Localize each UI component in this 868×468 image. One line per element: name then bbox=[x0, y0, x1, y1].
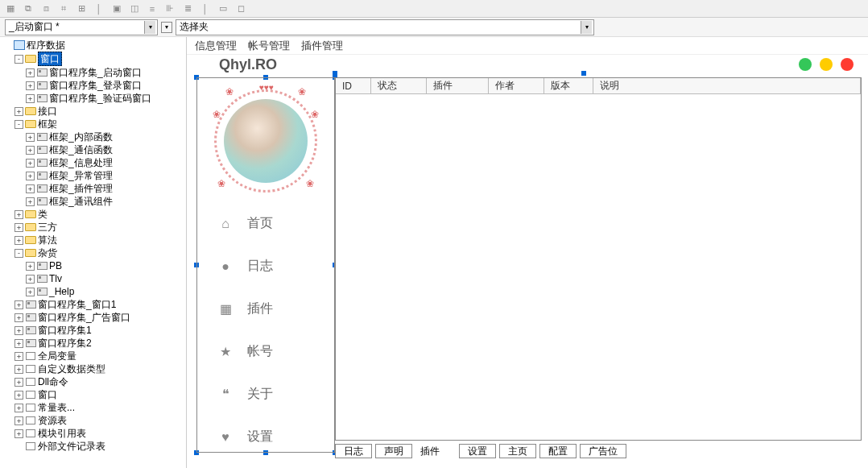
sidebar-item[interactable]: ⌂首页 bbox=[197, 202, 334, 245]
expand-icon[interactable]: + bbox=[26, 184, 35, 193]
expand-icon[interactable]: + bbox=[14, 223, 23, 232]
expand-icon[interactable]: + bbox=[26, 197, 35, 206]
menu-info[interactable]: 信息管理 bbox=[195, 39, 237, 53]
expand-icon[interactable]: + bbox=[14, 107, 23, 116]
tab-config[interactable]: 配置 bbox=[539, 444, 577, 458]
sidebar-item[interactable]: ❝关于 bbox=[197, 373, 334, 416]
close-icon[interactable] bbox=[841, 58, 854, 71]
sidebar-item-label: 关于 bbox=[247, 386, 273, 403]
minimize-icon[interactable] bbox=[799, 58, 812, 71]
tree-item-globals[interactable]: +全局变量 bbox=[13, 350, 184, 362]
tree-item-const[interactable]: +常量表... bbox=[13, 401, 184, 414]
column-header[interactable]: 作者 bbox=[489, 78, 544, 93]
tree-item[interactable]: +Tlv bbox=[24, 272, 184, 285]
tree-folder-framework[interactable]: -框架 bbox=[13, 118, 184, 130]
sidebar-item[interactable]: ●日志 bbox=[197, 245, 334, 288]
tree-folder-third[interactable]: +三方 bbox=[13, 221, 184, 234]
expand-icon[interactable]: + bbox=[14, 300, 23, 309]
collapse-icon[interactable]: - bbox=[14, 55, 23, 64]
tree-folder-class[interactable]: +类 bbox=[13, 208, 184, 221]
toolbar-icon: ◫ bbox=[127, 2, 142, 15]
icon-toolbar: ▦ ⧉ ⧈ ⌗ ⊞ │ ▣ ◫ ≡ ⊪ ≣ │ ▭ ◻ bbox=[0, 0, 868, 18]
selection-handle[interactable] bbox=[333, 71, 337, 76]
tree-item[interactable]: +窗口程序集_验证码窗口 bbox=[24, 92, 184, 105]
preview-table[interactable]: ID状态插件作者版本说明 bbox=[335, 77, 862, 441]
column-header[interactable]: 说明 bbox=[593, 78, 861, 93]
menu-account[interactable]: 帐号管理 bbox=[248, 39, 290, 53]
tab-ad[interactable]: 广告位 bbox=[580, 444, 626, 458]
expand-icon[interactable]: + bbox=[26, 172, 35, 180]
tree-item[interactable]: +框架_通信函数 bbox=[24, 143, 184, 156]
sidebar-item[interactable]: ▦插件 bbox=[197, 288, 334, 330]
folder-combobox[interactable]: 选择夹 ▾ bbox=[176, 19, 594, 35]
expand-icon[interactable]: + bbox=[26, 262, 35, 271]
tab-log[interactable]: 日志 bbox=[335, 444, 372, 458]
tree-folder-misc[interactable]: -杂货 bbox=[13, 246, 184, 259]
tree-item-dll[interactable]: +Dll命令 bbox=[13, 375, 184, 388]
expand-icon[interactable]: + bbox=[26, 288, 35, 296]
tab-statement[interactable]: 声明 bbox=[375, 444, 412, 458]
sidebar-item[interactable]: ♥设置 bbox=[197, 416, 334, 458]
toolbar-icon: ⧈ bbox=[39, 2, 53, 15]
prop-icon[interactable]: ▾ bbox=[161, 22, 172, 33]
expand-icon[interactable]: + bbox=[26, 275, 35, 284]
column-header[interactable]: 状态 bbox=[371, 78, 427, 93]
expand-icon[interactable]: + bbox=[14, 313, 23, 322]
column-header[interactable]: 插件 bbox=[427, 78, 489, 93]
tree-item[interactable]: +框架_插件管理 bbox=[24, 182, 184, 195]
expand-icon[interactable]: + bbox=[14, 339, 23, 348]
expand-icon[interactable]: + bbox=[26, 133, 35, 142]
tree-item[interactable]: +窗口程序集2 bbox=[13, 337, 184, 350]
column-header[interactable]: ID bbox=[336, 78, 371, 93]
tree-folder-interface[interactable]: +接口 bbox=[13, 105, 184, 118]
tree-folder-algo[interactable]: +算法 bbox=[13, 234, 184, 246]
expand-icon[interactable]: + bbox=[14, 326, 23, 335]
project-tree[interactable]: 程序数据 -窗口 +窗口程序集_启动窗口+窗口程序集_登录窗口+窗口程序集_验证… bbox=[0, 37, 187, 468]
menu-plugin[interactable]: 插件管理 bbox=[301, 39, 343, 53]
column-header[interactable]: 版本 bbox=[544, 78, 593, 93]
preview-sidebar[interactable]: ❀ ❀ ❀ ❀ ❀ ❀ ♥♥♥ ⌂首页●日志▦插件★帐号❝关于♥设置 bbox=[196, 77, 335, 453]
selection-handle[interactable] bbox=[581, 71, 586, 76]
tree-item[interactable]: +_Help bbox=[24, 285, 184, 298]
tree-item[interactable]: +框架_内部函数 bbox=[24, 130, 184, 143]
tree-item-res[interactable]: +资源表 bbox=[13, 414, 184, 427]
expand-icon[interactable]: + bbox=[26, 94, 35, 103]
collapse-icon[interactable]: - bbox=[14, 249, 23, 258]
tree-item[interactable]: +框架_异常管理 bbox=[24, 169, 184, 182]
sidebar-item[interactable]: ★帐号 bbox=[197, 330, 334, 373]
expand-icon[interactable]: + bbox=[26, 146, 35, 155]
tab-settings[interactable]: 设置 bbox=[459, 444, 496, 458]
maximize-icon[interactable] bbox=[820, 58, 833, 71]
tree-item[interactable]: +窗口程序集1 bbox=[13, 324, 184, 337]
window-combobox[interactable]: _启动窗口 * ▾ bbox=[5, 19, 158, 35]
tree-item[interactable]: +窗口程序集_窗口1 bbox=[13, 298, 184, 311]
expand-icon[interactable]: + bbox=[14, 391, 23, 400]
expand-icon[interactable]: + bbox=[14, 352, 23, 361]
tree-item[interactable]: +PB bbox=[24, 259, 184, 272]
tree-item[interactable]: +窗口程序集_登录窗口 bbox=[24, 79, 184, 92]
expand-icon[interactable]: + bbox=[26, 68, 35, 77]
collapse-icon[interactable]: - bbox=[14, 120, 23, 129]
tree-item[interactable]: +框架_信息处理 bbox=[24, 156, 184, 169]
tree-item-custom-type[interactable]: +自定义数据类型 bbox=[13, 362, 184, 375]
tree-item-ext[interactable]: 外部文件记录表 bbox=[13, 440, 184, 453]
tree-item[interactable]: +窗口程序集_广告窗口 bbox=[13, 311, 184, 324]
tree-folder-window[interactable]: -窗口 bbox=[13, 52, 184, 66]
tree-item[interactable]: +框架_通讯组件 bbox=[24, 195, 184, 208]
expand-icon[interactable]: + bbox=[14, 365, 23, 374]
expand-icon[interactable]: + bbox=[14, 404, 23, 412]
expand-icon[interactable]: + bbox=[14, 429, 23, 438]
expand-icon[interactable]: + bbox=[14, 416, 23, 425]
expand-icon[interactable]: + bbox=[26, 81, 35, 90]
tree-root[interactable]: 程序数据 bbox=[2, 39, 184, 52]
expand-icon[interactable]: + bbox=[14, 236, 23, 245]
tab-home[interactable]: 主页 bbox=[499, 444, 536, 458]
tree-item-window[interactable]: +窗口 bbox=[13, 388, 184, 401]
toolbar-icon: ▣ bbox=[110, 2, 124, 15]
expand-icon[interactable]: + bbox=[14, 378, 23, 387]
expand-icon[interactable]: + bbox=[14, 210, 23, 219]
preview-canvas[interactable]: Qhyl.RO ❀ ❀ bbox=[187, 55, 868, 468]
tree-item-modref[interactable]: +模块引用表 bbox=[13, 427, 184, 440]
expand-icon[interactable]: + bbox=[26, 159, 35, 168]
tree-item[interactable]: +窗口程序集_启动窗口 bbox=[24, 66, 184, 79]
